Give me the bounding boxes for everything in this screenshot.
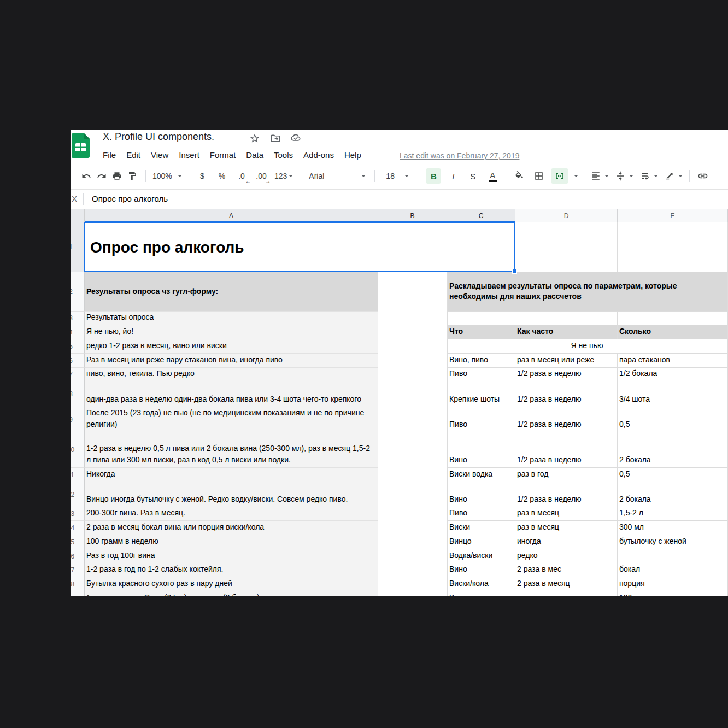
italic-button[interactable]: I: [445, 168, 461, 184]
column-header-d[interactable]: D: [515, 209, 618, 222]
cell-C4[interactable]: Что: [447, 325, 515, 339]
bold-button[interactable]: B: [426, 168, 441, 184]
column-header-a[interactable]: A: [85, 209, 378, 222]
row-header-4[interactable]: 4: [71, 325, 85, 339]
column-header-b[interactable]: B: [378, 209, 447, 222]
print-button[interactable]: [109, 168, 125, 184]
cell-C15[interactable]: Винцо: [447, 535, 515, 549]
more-formats-button[interactable]: 123: [273, 168, 294, 184]
cell-D12[interactable]: 1/2 раза в неделю: [515, 482, 618, 507]
cell-E4[interactable]: Сколько: [618, 325, 728, 339]
cell-C10[interactable]: Вино: [447, 432, 515, 468]
cell-B5[interactable]: [378, 339, 447, 354]
select-all-corner[interactable]: [71, 209, 85, 222]
cell-C13[interactable]: Пиво: [447, 507, 515, 521]
menu-item-format[interactable]: Format: [210, 150, 236, 160]
cell-E1[interactable]: [618, 222, 728, 272]
row-header-6[interactable]: 6: [71, 354, 85, 368]
cell-E18[interactable]: порция: [618, 577, 728, 591]
cell-C16[interactable]: Водка/виски: [447, 549, 515, 563]
menu-item-addons[interactable]: Add-ons: [303, 150, 334, 160]
cell-E11[interactable]: 0,5: [618, 468, 728, 482]
cell-C17[interactable]: Вино: [447, 563, 515, 577]
cell-E6[interactable]: пара стаканов: [618, 354, 728, 368]
cell-D1[interactable]: [515, 222, 618, 272]
cell-A9[interactable]: После 2015 (23 года) не пью (не по медиц…: [85, 407, 378, 432]
cell-D4[interactable]: Как часто: [515, 325, 618, 339]
cell-A13[interactable]: 200-300г вина. Раз в месяц.: [85, 507, 378, 521]
cell-D15[interactable]: иногда: [515, 535, 618, 549]
cell-A11[interactable]: Никогда: [85, 468, 378, 482]
fill-color-button[interactable]: [512, 168, 527, 184]
column-header-c[interactable]: C: [447, 209, 515, 222]
zoom-select[interactable]: 100%: [151, 168, 183, 184]
cell-A3[interactable]: Результаты опроса: [85, 312, 378, 325]
move-to-folder-icon[interactable]: [269, 132, 281, 144]
cell-A12[interactable]: Винцо иногда бутылочку с женой. Редко во…: [85, 482, 378, 507]
row-header-1[interactable]: 1: [71, 222, 85, 272]
strikethrough-button[interactable]: S: [465, 168, 480, 184]
cell-B11[interactable]: [378, 468, 447, 482]
cell-B3[interactable]: [378, 312, 447, 325]
font-family-select[interactable]: Arial: [306, 168, 369, 184]
horizontal-align-button[interactable]: [590, 168, 610, 184]
font-size-select[interactable]: 18: [380, 168, 414, 184]
row-header-17[interactable]: 17: [71, 563, 85, 577]
cell-C7[interactable]: Пиво: [447, 368, 515, 381]
cell-A7[interactable]: пиво, вино, текила. Пью редко: [85, 368, 378, 381]
cell-C11[interactable]: Виски водка: [447, 468, 515, 482]
merge-cells-button[interactable]: [551, 168, 568, 184]
cell-C2:E2[interactable]: Раскладываем результаты опроса по параме…: [447, 272, 728, 312]
format-percent-button[interactable]: %: [214, 168, 230, 184]
cell-B16[interactable]: [378, 549, 447, 563]
row-header-7[interactable]: 7: [71, 368, 85, 381]
cell-E13[interactable]: 1,5-2 л: [618, 507, 728, 521]
cell-E12[interactable]: 2 бокала: [618, 482, 728, 507]
cell-A8[interactable]: один-два раза в неделю один-два бокала п…: [85, 381, 378, 407]
decrease-decimal-button[interactable]: .0←: [234, 168, 249, 184]
menu-item-insert[interactable]: Insert: [179, 150, 199, 160]
cell-B17[interactable]: [378, 563, 447, 577]
cell-B15[interactable]: [378, 535, 447, 549]
row-header-12[interactable]: 12: [71, 482, 85, 507]
cell-D14[interactable]: раз в месяц: [515, 521, 618, 535]
cell-E17[interactable]: бокал: [618, 563, 728, 577]
cell-D7[interactable]: 1/2 раза в неделю: [515, 368, 618, 381]
vertical-align-button[interactable]: [614, 168, 635, 184]
cell-B6[interactable]: [378, 354, 447, 368]
cell-E14[interactable]: 300 мл: [618, 521, 728, 535]
cell-A15[interactable]: 100 грамм в неделю: [85, 535, 378, 549]
cell-C3[interactable]: [447, 312, 515, 325]
row-header-10[interactable]: 10: [71, 432, 85, 468]
cell-E7[interactable]: 1/2 бокала: [618, 368, 728, 381]
star-icon[interactable]: [249, 132, 260, 144]
cell-D9[interactable]: 1/2 раза в неделю: [515, 407, 618, 432]
cell-D13[interactable]: раз в месяц: [515, 507, 618, 521]
menu-item-tools[interactable]: Tools: [274, 150, 293, 160]
menu-item-help[interactable]: Help: [344, 150, 361, 160]
cell-E3[interactable]: [618, 312, 728, 325]
menu-item-data[interactable]: Data: [246, 150, 263, 160]
cell-D10[interactable]: 1/2 раза в неделю: [515, 432, 618, 468]
formula-input[interactable]: Опрос про алкоголь: [92, 194, 168, 203]
cell-D3[interactable]: [515, 312, 618, 325]
cell-A6[interactable]: Раз в месяц или реже пару стаканов вина,…: [85, 354, 378, 368]
cell-C5:E5[interactable]: Я не пью: [447, 339, 728, 354]
cell-B8[interactable]: [378, 381, 447, 407]
row-header-9[interactable]: 9: [71, 407, 85, 432]
format-currency-button[interactable]: $: [195, 168, 210, 184]
document-title[interactable]: X. Profile UI components.: [103, 131, 214, 143]
cell-A16[interactable]: Раз в год 100г вина: [85, 549, 378, 563]
row-header-18[interactable]: 18: [71, 577, 85, 591]
cell-A14[interactable]: 2 раза в месяц бокал вина или порция вис…: [85, 521, 378, 535]
cell-B14[interactable]: [378, 521, 447, 535]
row-header-16[interactable]: 16: [71, 549, 85, 563]
cell-C18[interactable]: Виски/кола: [447, 577, 515, 591]
cell-E9[interactable]: 0,5: [618, 407, 728, 432]
menu-item-edit[interactable]: Edit: [126, 150, 140, 160]
cell-D8[interactable]: 1/2 раза в неделю: [515, 381, 618, 407]
selection-fill-handle[interactable]: [512, 269, 517, 274]
cell-D11[interactable]: раз в год: [515, 468, 618, 482]
cell-E8[interactable]: 3/4 шота: [618, 381, 728, 407]
redo-button[interactable]: [94, 168, 109, 184]
